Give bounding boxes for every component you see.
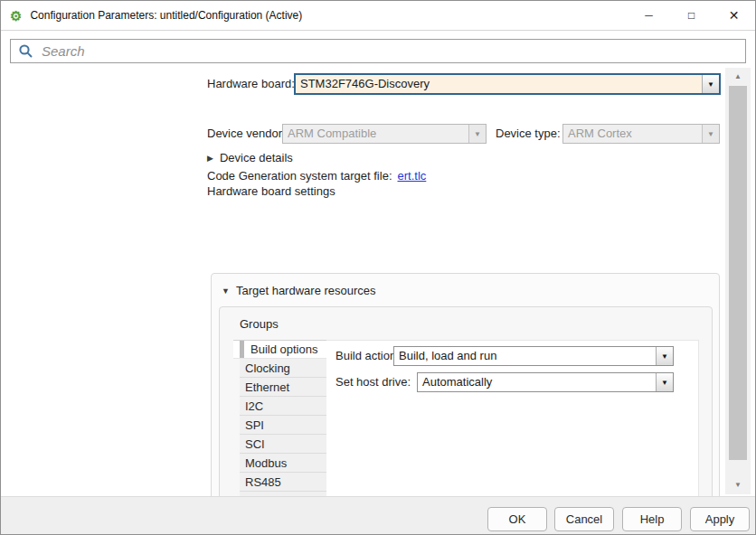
- dropdown-arrow-icon[interactable]: ▼: [702, 75, 719, 93]
- vertical-scrollbar[interactable]: ▲ ▼: [725, 68, 751, 494]
- group-tab-modbus[interactable]: Modbus: [240, 454, 326, 473]
- configuration-parameters-window: ⚙ Configuration Parameters: untitled/Con…: [0, 0, 756, 535]
- device-vendor-label: Device vendor:: [207, 124, 286, 144]
- group-tab-sci[interactable]: SCI: [240, 435, 326, 454]
- device-details-toggle[interactable]: ▶ Device details: [207, 151, 293, 164]
- search-bar: [1, 32, 755, 68]
- system-target-file-label: Code Generation system target file:: [207, 169, 392, 183]
- help-button[interactable]: Help: [622, 507, 682, 531]
- hardware-board-select[interactable]: STM32F746G-Discovery ▼: [295, 74, 720, 94]
- close-button[interactable]: ✕: [713, 1, 755, 30]
- dropdown-arrow-icon[interactable]: ▼: [656, 347, 673, 365]
- group-tab-i2c[interactable]: I2C: [240, 397, 326, 416]
- main-panel: Hardware board: STM32F746G-Discovery ▼ C…: [1, 68, 724, 496]
- dropdown-arrow-icon: ▼: [702, 125, 719, 143]
- build-action-select[interactable]: Build, load and run ▼: [393, 346, 674, 366]
- maximize-button[interactable]: □: [670, 1, 713, 30]
- hardware-board-label: Hardware board:: [207, 74, 295, 94]
- chevron-right-icon[interactable]: ▶: [207, 154, 213, 163]
- device-type-select: ARM Cortex ▼: [562, 124, 720, 144]
- scroll-down-icon[interactable]: ▼: [725, 478, 751, 493]
- search-box: [10, 39, 746, 63]
- groups-label: Groups: [240, 317, 279, 331]
- search-icon: [18, 43, 33, 59]
- dropdown-arrow-icon[interactable]: ▼: [656, 373, 673, 391]
- dropdown-arrow-icon: ▼: [468, 125, 486, 143]
- ok-button[interactable]: OK: [487, 507, 547, 531]
- device-type-label: Device type:: [496, 124, 561, 144]
- apply-button[interactable]: Apply: [690, 507, 750, 531]
- set-host-drive-label: Set host drive:: [335, 372, 411, 392]
- window-controls: ─ □ ✕: [628, 1, 755, 30]
- scroll-up-icon[interactable]: ▲: [725, 70, 751, 84]
- target-hardware-resources-toggle[interactable]: ▼ Target hardware resources: [222, 284, 376, 297]
- group-tab-ethernet[interactable]: Ethernet: [240, 378, 326, 397]
- scrollbar-thumb[interactable]: [729, 86, 747, 460]
- hardware-board-settings-title: Hardware board settings: [207, 182, 335, 202]
- group-tab-build-options[interactable]: Build options: [233, 340, 326, 359]
- device-vendor-select: ARM Compatible ▼: [282, 124, 487, 144]
- minimize-button[interactable]: ─: [628, 1, 670, 30]
- footer-bar: OK Cancel Help Apply: [1, 496, 755, 534]
- ert-tlc-link[interactable]: ert.tlc: [398, 169, 427, 183]
- build-action-label: Build action:: [335, 346, 400, 366]
- search-input[interactable]: [40, 40, 745, 62]
- group-tab-rs485[interactable]: RS485: [240, 473, 326, 492]
- gear-icon: ⚙: [10, 9, 22, 23]
- group-tab-clocking[interactable]: Clocking: [240, 359, 326, 378]
- title-bar: ⚙ Configuration Parameters: untitled/Con…: [1, 1, 755, 31]
- cancel-button[interactable]: Cancel: [554, 507, 614, 531]
- group-tab-spi[interactable]: SPI: [240, 416, 326, 435]
- chevron-down-icon[interactable]: ▼: [222, 286, 230, 296]
- set-host-drive-select[interactable]: Automatically ▼: [417, 372, 674, 392]
- window-title: Configuration Parameters: untitled/Confi…: [30, 9, 302, 22]
